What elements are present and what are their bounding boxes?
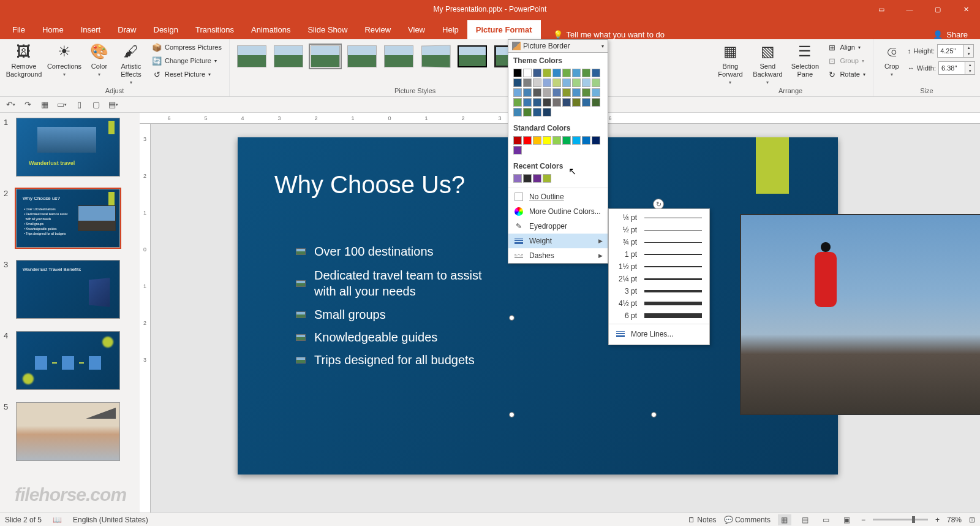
color-swatch[interactable] [582, 69, 590, 77]
color-swatch[interactable] [592, 98, 600, 107]
color-swatch[interactable] [543, 108, 551, 116]
spinner-up[interactable]: ▴ [965, 62, 974, 68]
color-swatch[interactable] [533, 108, 541, 116]
color-swatch[interactable] [523, 108, 532, 116]
color-swatch[interactable] [513, 108, 522, 116]
color-swatch[interactable] [523, 136, 532, 145]
color-swatch[interactable] [552, 78, 561, 87]
picture-style-6[interactable] [421, 45, 451, 67]
color-swatch[interactable] [552, 88, 561, 97]
color-swatch[interactable] [543, 136, 551, 145]
more-lines-item[interactable]: More Lines... [609, 326, 709, 342]
align-button[interactable]: ⊞Align ▾ [824, 41, 867, 53]
slide-bullet-list[interactable]: Over 100 destinations Dedicated travel t… [296, 245, 498, 376]
thumbnail-1[interactable]: 1Wanderlust travel [4, 118, 136, 177]
spinner-down[interactable]: ▾ [964, 51, 973, 57]
bring-forward-button[interactable]: ▦ Bring Forward ▾ [713, 40, 747, 85]
more-outline-colors-item[interactable]: More Outline Colors... [508, 204, 608, 219]
picture-style-3[interactable] [311, 45, 340, 67]
color-swatch[interactable] [513, 174, 522, 183]
tab-review[interactable]: Review [356, 20, 399, 39]
color-swatch[interactable] [572, 88, 581, 97]
qat-btn-5[interactable]: ▤▾ [108, 99, 119, 110]
thumbnail-4[interactable]: 4 [4, 331, 136, 390]
minimize-icon[interactable]: — [895, 0, 924, 18]
tab-transitions[interactable]: Transitions [187, 20, 243, 39]
selected-picture[interactable] [740, 214, 980, 415]
selection-handle-sw[interactable] [509, 412, 514, 417]
picture-style-5[interactable] [384, 45, 413, 67]
color-swatch[interactable] [513, 78, 522, 87]
color-swatch[interactable] [592, 69, 600, 77]
picture-style-4[interactable] [347, 45, 377, 67]
tab-slideshow[interactable]: Slide Show [299, 20, 356, 39]
remove-background-button[interactable]: 🖼 Remove Background [5, 40, 43, 78]
color-swatch[interactable] [543, 174, 551, 183]
close-icon[interactable]: ✕ [952, 0, 980, 18]
ribbon-display-options-icon[interactable]: ▭ [867, 0, 895, 18]
tab-design[interactable]: Design [145, 20, 187, 39]
crop-button[interactable]: ⟃ Crop ▾ [878, 40, 905, 77]
artistic-effects-button[interactable]: 🖌 Artistic Effects ▾ [115, 40, 147, 85]
thumbnail-3[interactable]: 3Wanderlust Travel Benefits [4, 260, 136, 319]
color-swatch[interactable] [533, 88, 541, 97]
thumbnail-5[interactable]: 5 [4, 402, 136, 461]
weight-2.25pt[interactable]: 2¼ pt [609, 273, 709, 285]
weight-3pt[interactable]: 3 pt [609, 285, 709, 297]
slide-accent-shape[interactable] [756, 137, 789, 194]
color-swatch[interactable] [552, 136, 561, 145]
weight-4.5pt[interactable]: 4½ pt [609, 297, 709, 310]
fit-to-window-button[interactable]: ⊡ [969, 516, 975, 524]
compress-pictures-button[interactable]: 📦Compress Pictures [149, 41, 224, 53]
weight-6pt[interactable]: 6 pt [609, 310, 709, 322]
tell-me-search[interactable]: 💡 Tell me what you want to do [553, 30, 665, 39]
color-swatch[interactable] [523, 174, 532, 183]
tab-insert[interactable]: Insert [72, 20, 110, 39]
color-swatch[interactable] [533, 136, 541, 145]
picture-style-1[interactable] [237, 45, 266, 67]
height-input[interactable]: 4.25"▴▾ [937, 44, 974, 58]
reading-view-button[interactable]: ▭ [820, 514, 833, 525]
color-swatch[interactable] [572, 78, 581, 87]
tab-picture-format[interactable]: Picture Format [467, 20, 541, 39]
color-swatch[interactable] [533, 78, 541, 87]
color-button[interactable]: 🎨 Color ▾ [86, 40, 113, 77]
style-gallery[interactable]: ▴ ▾ ▿ [235, 40, 543, 72]
corrections-button[interactable]: ☀ Corrections ▾ [45, 40, 83, 77]
qat-btn-4[interactable]: ▢ [91, 99, 102, 110]
slideshow-view-button[interactable]: ▣ [840, 514, 854, 525]
color-swatch[interactable] [533, 98, 541, 107]
weight-0.25pt[interactable]: ¼ pt [609, 212, 709, 224]
color-swatch[interactable] [592, 136, 600, 145]
slide-counter[interactable]: Slide 2 of 5 [5, 516, 42, 524]
share-button[interactable]: 👤 Share [933, 30, 968, 39]
color-swatch[interactable] [552, 98, 561, 107]
color-swatch[interactable] [543, 88, 551, 97]
zoom-out-button[interactable]: − [861, 516, 865, 524]
tab-view[interactable]: View [399, 20, 434, 39]
color-swatch[interactable] [513, 98, 522, 107]
color-swatch[interactable] [543, 78, 551, 87]
eyedropper-item[interactable]: ✎Eyedropper [508, 219, 608, 234]
color-swatch[interactable] [572, 69, 581, 77]
selection-handle-s[interactable] [651, 412, 657, 417]
color-swatch[interactable] [572, 98, 581, 107]
slide-sorter-view-button[interactable]: ▤ [799, 514, 812, 525]
selection-handle-w[interactable] [509, 315, 514, 321]
selection-pane-button[interactable]: ☰ Selection Pane [788, 40, 822, 78]
slide-thumbnails-panel[interactable]: 1Wanderlust travel 2Why Choose us?• Over… [0, 113, 140, 513]
dashes-item[interactable]: Dashes▶ [508, 248, 608, 263]
reset-picture-button[interactable]: ↺Reset Picture ▾ [149, 68, 224, 80]
qat-btn-3[interactable]: ▯ [74, 99, 85, 110]
comments-button[interactable]: 💬 Comments [724, 516, 771, 524]
thumbnail-2[interactable]: 2Why Choose us?• Over 100 destinations• … [4, 189, 136, 248]
color-swatch[interactable] [543, 98, 551, 107]
weight-1.5pt[interactable]: 1½ pt [609, 261, 709, 273]
color-swatch[interactable] [582, 98, 590, 107]
tab-help[interactable]: Help [434, 20, 467, 39]
color-swatch[interactable] [533, 69, 541, 77]
qat-btn-1[interactable]: ▦ [39, 99, 50, 110]
qat-btn-2[interactable]: ▭▾ [56, 99, 67, 110]
weight-1pt[interactable]: 1 pt [609, 248, 709, 261]
spinner-up[interactable]: ▴ [964, 45, 973, 51]
